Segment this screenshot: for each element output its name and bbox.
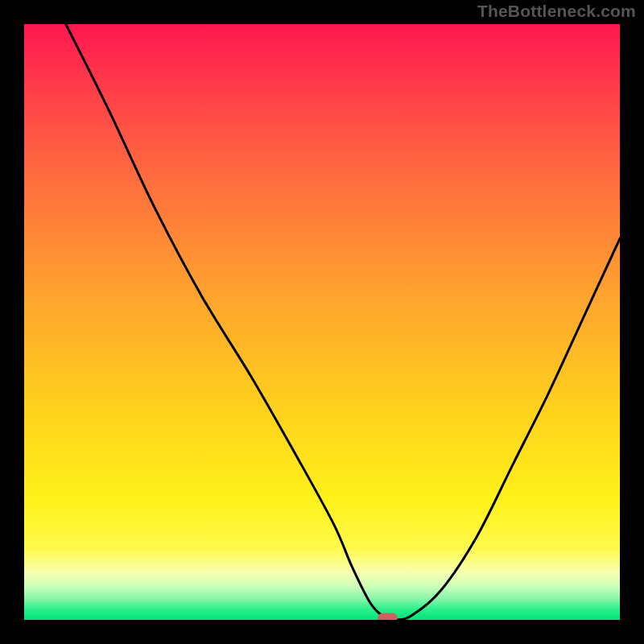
chart-frame: TheBottleneck.com [0, 0, 644, 644]
bottleneck-curve [24, 24, 620, 620]
curve-path [66, 24, 620, 620]
optimum-marker [378, 613, 397, 620]
plot-area [24, 24, 620, 620]
watermark-text: TheBottleneck.com [477, 2, 636, 21]
